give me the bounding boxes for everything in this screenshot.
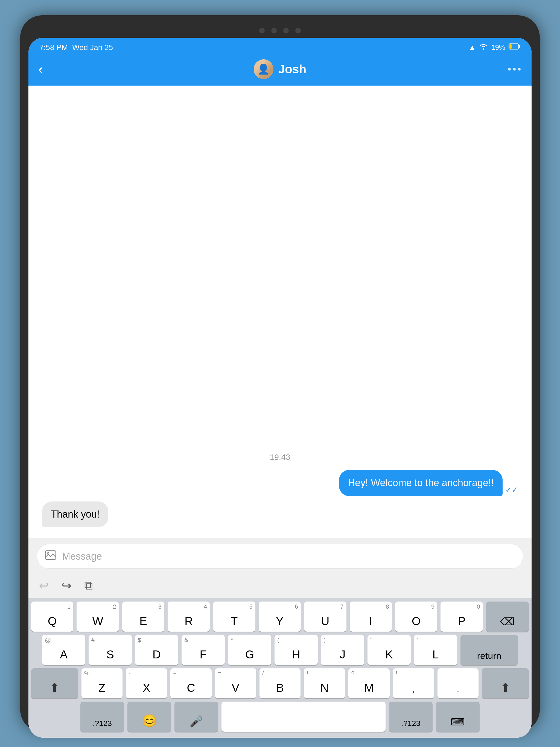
return-key[interactable]: return [460, 635, 518, 665]
key-o[interactable]: 9 O [395, 601, 437, 632]
message-input[interactable] [62, 551, 515, 562]
status-date: Wed Jan 25 [72, 43, 113, 52]
key-l[interactable]: ' L [414, 635, 457, 665]
svg-point-0 [483, 48, 484, 50]
emoji-key[interactable]: 😊 [127, 702, 171, 732]
key-g[interactable]: * G [228, 635, 271, 665]
key-h[interactable]: ( H [275, 635, 318, 665]
dismiss-keyboard-icon: ⌨ [451, 716, 465, 728]
emoji-icon: 😊 [142, 714, 157, 728]
contact-name: Josh [278, 62, 307, 76]
space-key[interactable] [222, 702, 385, 732]
status-bar: 7:58 PM Wed Jan 25 ▲ 19% [28, 38, 532, 55]
shift-left-icon: ⬆ [50, 680, 59, 695]
status-bar-right: ▲ 19% [469, 43, 520, 52]
camera-dot [259, 28, 265, 33]
message-status: ✓✓ [505, 470, 518, 496]
svg-rect-2 [519, 45, 520, 48]
key-n[interactable]: ! N [304, 668, 345, 698]
key-comma[interactable]: ! , [393, 668, 434, 698]
key-u[interactable]: 7 U [304, 601, 346, 632]
battery-percentage: 19% [491, 43, 505, 52]
key-e[interactable]: 3 E [122, 601, 164, 632]
keyboard-row-1: 1 Q 2 W 3 E [31, 601, 529, 632]
microphone-key[interactable]: 🎤 [175, 702, 218, 732]
backspace-key[interactable]: ⌫ [486, 601, 529, 632]
key-s[interactable]: # S [88, 635, 132, 665]
avatar-image [254, 59, 274, 79]
chat-area: 19:43 Hey! Welcome to the anchorage!! ✓✓… [28, 85, 532, 538]
read-receipt-icon: ✓✓ [505, 485, 518, 494]
key-y[interactable]: 6 Y [259, 601, 301, 632]
status-time: 7:58 PM [40, 43, 68, 52]
camera-area [28, 24, 532, 38]
shift-right-icon: ⬆ [501, 680, 510, 695]
keyboard: 1 Q 2 W 3 E [28, 598, 532, 738]
toolbar: ↩ ↪ ⧉ [28, 573, 532, 598]
nav-dot [513, 68, 516, 71]
camera-dot [295, 28, 301, 33]
input-row [36, 544, 524, 569]
keyboard-row-3: ⬆ % Z - X + [31, 668, 529, 698]
wifi-icon [479, 43, 488, 52]
key-t[interactable]: 5 T [213, 601, 255, 632]
messages-container: Hey! Welcome to the anchorage!! ✓✓ Thank… [42, 470, 518, 527]
message-bubble-incoming[interactable]: Thank you! [42, 501, 108, 527]
microphone-icon: 🎤 [189, 715, 203, 728]
time-divider: 19:43 [42, 453, 518, 462]
redo-button[interactable]: ↪ [59, 577, 74, 594]
svg-point-5 [47, 552, 49, 554]
numbers-label: .?123 [93, 719, 112, 728]
key-q[interactable]: 1 Q [31, 601, 73, 632]
keyboard-row-2: @ A # S $ D [31, 635, 529, 665]
key-p[interactable]: 0 P [440, 601, 483, 632]
avatar[interactable] [254, 59, 274, 79]
nav-dot [518, 68, 520, 71]
numbers-key-right[interactable]: .?123 [389, 702, 433, 732]
key-w[interactable]: 2 W [77, 601, 119, 632]
return-label: return [477, 650, 502, 661]
shift-left-key[interactable]: ⬆ [31, 668, 78, 698]
nav-dot [508, 68, 511, 71]
message-row: Hey! Welcome to the anchorage!! ✓✓ [42, 470, 518, 496]
input-area [28, 538, 532, 573]
shift-right-key[interactable]: ⬆ [482, 668, 529, 698]
device-frame: 7:58 PM Wed Jan 25 ▲ 19% [20, 15, 540, 732]
nav-more-button[interactable] [508, 68, 520, 71]
key-c[interactable]: + C [170, 668, 212, 698]
camera-dot [283, 28, 289, 33]
key-d[interactable]: $ D [135, 635, 178, 665]
key-r[interactable]: 4 R [168, 601, 210, 632]
image-picker-icon[interactable] [45, 549, 57, 564]
key-m[interactable]: ? M [348, 668, 390, 698]
key-period[interactable]: . . [437, 668, 479, 698]
keyboard-row-4: .?123 😊 🎤 .?1 [31, 702, 529, 732]
status-bar-left: 7:58 PM Wed Jan 25 [40, 43, 113, 52]
paste-button[interactable]: ⧉ [82, 577, 95, 594]
key-v[interactable]: = V [215, 668, 256, 698]
device-screen: 7:58 PM Wed Jan 25 ▲ 19% [28, 38, 532, 738]
key-f[interactable]: & F [182, 635, 225, 665]
key-z[interactable]: % Z [81, 668, 123, 698]
camera-dot [271, 28, 277, 33]
svg-rect-3 [509, 44, 512, 49]
key-x[interactable]: - X [126, 668, 167, 698]
key-b[interactable]: / B [259, 668, 301, 698]
key-i[interactable]: 8 I [350, 601, 392, 632]
back-button[interactable]: ‹ [38, 61, 43, 77]
nav-bar: ‹ Josh [28, 55, 532, 85]
undo-button[interactable]: ↩ [36, 577, 51, 594]
message-row: Thank you! [42, 501, 518, 527]
key-k[interactable]: " K [367, 635, 411, 665]
dismiss-keyboard-key[interactable]: ⌨ [436, 702, 480, 732]
battery-icon [509, 43, 520, 52]
message-bubble-outgoing[interactable]: Hey! Welcome to the anchorage!! [339, 470, 503, 496]
numbers-key[interactable]: .?123 [80, 702, 124, 732]
location-icon: ▲ [469, 43, 476, 52]
key-j[interactable]: ) J [321, 635, 364, 665]
key-a[interactable]: @ A [42, 635, 85, 665]
nav-title: Josh [254, 59, 307, 79]
